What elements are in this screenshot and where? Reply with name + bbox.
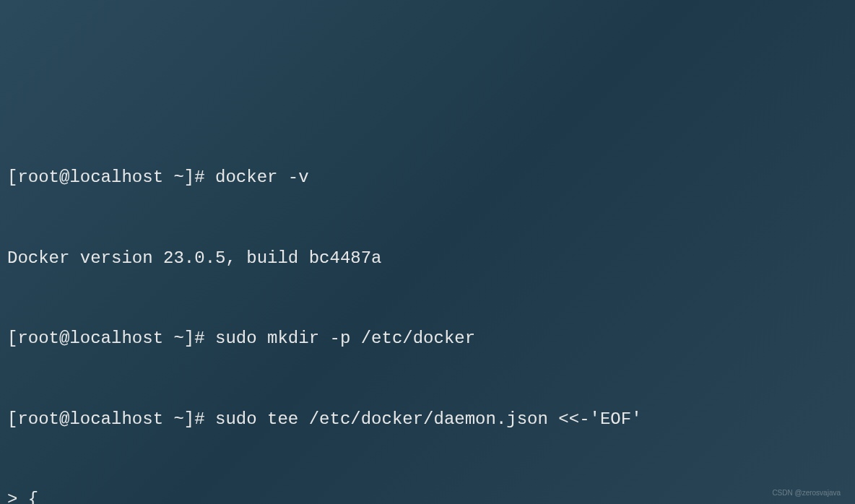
terminal-line: [root@localhost ~]# sudo mkdir -p /etc/d… bbox=[7, 325, 848, 352]
watermark-text: CSDN @zerosvajava bbox=[772, 487, 841, 499]
terminal-line: Docker version 23.0.5, build bc4487a bbox=[7, 245, 848, 271]
terminal-line: > { bbox=[7, 486, 848, 504]
terminal-window[interactable]: [root@localhost ~]# docker -v Docker ver… bbox=[7, 110, 848, 504]
terminal-line: [root@localhost ~]# sudo tee /etc/docker… bbox=[7, 406, 848, 433]
terminal-line: [root@localhost ~]# docker -v bbox=[7, 164, 848, 191]
